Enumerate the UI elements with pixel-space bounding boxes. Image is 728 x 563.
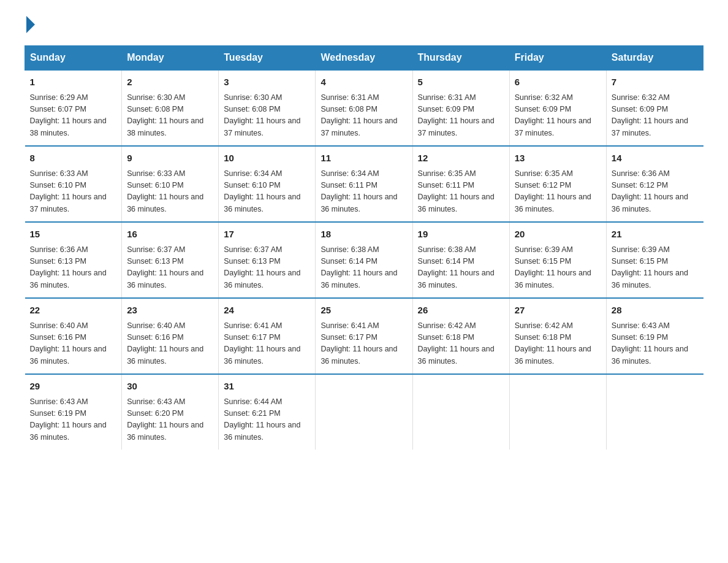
day-info: Sunrise: 6:39 AMSunset: 6:15 PMDaylight:… [612,244,699,292]
calendar-week-row: 15Sunrise: 6:36 AMSunset: 6:13 PMDayligh… [25,222,703,298]
day-info: Sunrise: 6:43 AMSunset: 6:19 PMDaylight:… [612,320,699,368]
day-info: Sunrise: 6:37 AMSunset: 6:13 PMDaylight:… [224,244,310,292]
day-number: 27 [515,304,601,318]
calendar-day-cell: 28Sunrise: 6:43 AMSunset: 6:19 PMDayligh… [606,298,703,374]
header-wednesday: Wednesday [316,46,412,71]
calendar-day-cell: 26Sunrise: 6:42 AMSunset: 6:18 PMDayligh… [412,298,509,374]
day-number: 26 [418,304,504,318]
calendar-day-cell: 12Sunrise: 6:35 AMSunset: 6:11 PMDayligh… [412,146,509,222]
calendar-day-cell [509,374,606,450]
day-number: 6 [515,75,601,90]
calendar-day-cell [606,374,703,450]
day-info: Sunrise: 6:41 AMSunset: 6:17 PMDaylight:… [320,320,407,368]
day-info: Sunrise: 6:31 AMSunset: 6:09 PMDaylight:… [418,92,504,140]
page-header [25,18,703,33]
header-sunday: Sunday [25,46,122,71]
calendar-day-cell: 17Sunrise: 6:37 AMSunset: 6:13 PMDayligh… [219,222,316,298]
calendar-day-cell: 15Sunrise: 6:36 AMSunset: 6:13 PMDayligh… [25,222,122,298]
day-info: Sunrise: 6:34 AMSunset: 6:10 PMDaylight:… [224,168,310,216]
calendar-day-cell: 29Sunrise: 6:43 AMSunset: 6:19 PMDayligh… [25,374,122,450]
logo-triangle-icon [26,16,35,33]
day-number: 9 [127,151,213,166]
calendar-day-cell: 31Sunrise: 6:44 AMSunset: 6:21 PMDayligh… [219,374,316,450]
calendar-day-cell: 1Sunrise: 6:29 AMSunset: 6:07 PMDaylight… [25,70,122,146]
calendar-day-cell: 18Sunrise: 6:38 AMSunset: 6:14 PMDayligh… [316,222,412,298]
day-info: Sunrise: 6:42 AMSunset: 6:18 PMDaylight:… [418,320,504,368]
day-number: 10 [224,151,310,166]
header-friday: Friday [509,46,606,71]
day-info: Sunrise: 6:29 AMSunset: 6:07 PMDaylight:… [30,92,117,140]
day-info: Sunrise: 6:43 AMSunset: 6:20 PMDaylight:… [127,396,213,444]
day-info: Sunrise: 6:38 AMSunset: 6:14 PMDaylight:… [320,244,407,292]
day-info: Sunrise: 6:30 AMSunset: 6:08 PMDaylight:… [127,92,213,140]
day-number: 19 [418,228,504,242]
day-number: 23 [127,304,213,318]
day-number: 31 [224,380,310,394]
header-saturday: Saturday [606,46,703,71]
calendar-week-row: 1Sunrise: 6:29 AMSunset: 6:07 PMDaylight… [25,70,703,146]
day-number: 5 [418,75,504,90]
header-monday: Monday [122,46,219,71]
day-info: Sunrise: 6:33 AMSunset: 6:10 PMDaylight:… [30,168,117,216]
day-number: 7 [612,75,699,90]
day-number: 17 [224,228,310,242]
day-number: 21 [612,228,699,242]
calendar-day-cell: 10Sunrise: 6:34 AMSunset: 6:10 PMDayligh… [219,146,316,222]
calendar-day-cell [316,374,412,450]
logo [25,18,37,33]
calendar-day-cell: 3Sunrise: 6:30 AMSunset: 6:08 PMDaylight… [219,70,316,146]
day-number: 18 [320,228,407,242]
day-number: 12 [418,151,504,166]
day-number: 4 [320,75,407,90]
day-number: 25 [320,304,407,318]
day-info: Sunrise: 6:44 AMSunset: 6:21 PMDaylight:… [224,396,310,444]
day-number: 1 [30,75,117,90]
day-info: Sunrise: 6:40 AMSunset: 6:16 PMDaylight:… [127,320,213,368]
calendar-day-cell: 9Sunrise: 6:33 AMSunset: 6:10 PMDaylight… [122,146,219,222]
calendar-day-cell: 22Sunrise: 6:40 AMSunset: 6:16 PMDayligh… [25,298,122,374]
calendar-day-cell: 11Sunrise: 6:34 AMSunset: 6:11 PMDayligh… [316,146,412,222]
day-info: Sunrise: 6:36 AMSunset: 6:13 PMDaylight:… [30,244,117,292]
calendar-day-cell: 6Sunrise: 6:32 AMSunset: 6:09 PMDaylight… [509,70,606,146]
day-number: 15 [30,228,117,242]
day-number: 29 [30,380,117,394]
calendar-week-row: 22Sunrise: 6:40 AMSunset: 6:16 PMDayligh… [25,298,703,374]
calendar-table: SundayMondayTuesdayWednesdayThursdayFrid… [25,45,703,450]
calendar-week-row: 29Sunrise: 6:43 AMSunset: 6:19 PMDayligh… [25,374,703,450]
day-info: Sunrise: 6:32 AMSunset: 6:09 PMDaylight:… [515,92,601,140]
day-info: Sunrise: 6:34 AMSunset: 6:11 PMDaylight:… [320,168,407,216]
calendar-day-cell: 19Sunrise: 6:38 AMSunset: 6:14 PMDayligh… [412,222,509,298]
day-number: 30 [127,380,213,394]
day-info: Sunrise: 6:36 AMSunset: 6:12 PMDaylight:… [612,168,699,216]
calendar-day-cell: 5Sunrise: 6:31 AMSunset: 6:09 PMDaylight… [412,70,509,146]
day-number: 8 [30,151,117,166]
day-info: Sunrise: 6:35 AMSunset: 6:12 PMDaylight:… [515,168,601,216]
calendar-day-cell: 14Sunrise: 6:36 AMSunset: 6:12 PMDayligh… [606,146,703,222]
day-info: Sunrise: 6:38 AMSunset: 6:14 PMDaylight:… [418,244,504,292]
calendar-day-cell: 8Sunrise: 6:33 AMSunset: 6:10 PMDaylight… [25,146,122,222]
day-number: 13 [515,151,601,166]
day-info: Sunrise: 6:31 AMSunset: 6:08 PMDaylight:… [320,92,407,140]
day-number: 14 [612,151,699,166]
day-info: Sunrise: 6:33 AMSunset: 6:10 PMDaylight:… [127,168,213,216]
calendar-day-cell: 21Sunrise: 6:39 AMSunset: 6:15 PMDayligh… [606,222,703,298]
calendar-day-cell [412,374,509,450]
calendar-day-cell: 2Sunrise: 6:30 AMSunset: 6:08 PMDaylight… [122,70,219,146]
day-info: Sunrise: 6:30 AMSunset: 6:08 PMDaylight:… [224,92,310,140]
day-number: 22 [30,304,117,318]
day-info: Sunrise: 6:43 AMSunset: 6:19 PMDaylight:… [30,396,117,444]
calendar-day-cell: 27Sunrise: 6:42 AMSunset: 6:18 PMDayligh… [509,298,606,374]
calendar-day-cell: 4Sunrise: 6:31 AMSunset: 6:08 PMDaylight… [316,70,412,146]
day-number: 28 [612,304,699,318]
calendar-week-row: 8Sunrise: 6:33 AMSunset: 6:10 PMDaylight… [25,146,703,222]
day-number: 2 [127,75,213,90]
day-info: Sunrise: 6:35 AMSunset: 6:11 PMDaylight:… [418,168,504,216]
day-info: Sunrise: 6:42 AMSunset: 6:18 PMDaylight:… [515,320,601,368]
day-number: 11 [320,151,407,166]
calendar-day-cell: 24Sunrise: 6:41 AMSunset: 6:17 PMDayligh… [219,298,316,374]
day-number: 3 [224,75,310,90]
day-number: 20 [515,228,601,242]
calendar-day-cell: 30Sunrise: 6:43 AMSunset: 6:20 PMDayligh… [122,374,219,450]
day-info: Sunrise: 6:41 AMSunset: 6:17 PMDaylight:… [224,320,310,368]
day-info: Sunrise: 6:37 AMSunset: 6:13 PMDaylight:… [127,244,213,292]
